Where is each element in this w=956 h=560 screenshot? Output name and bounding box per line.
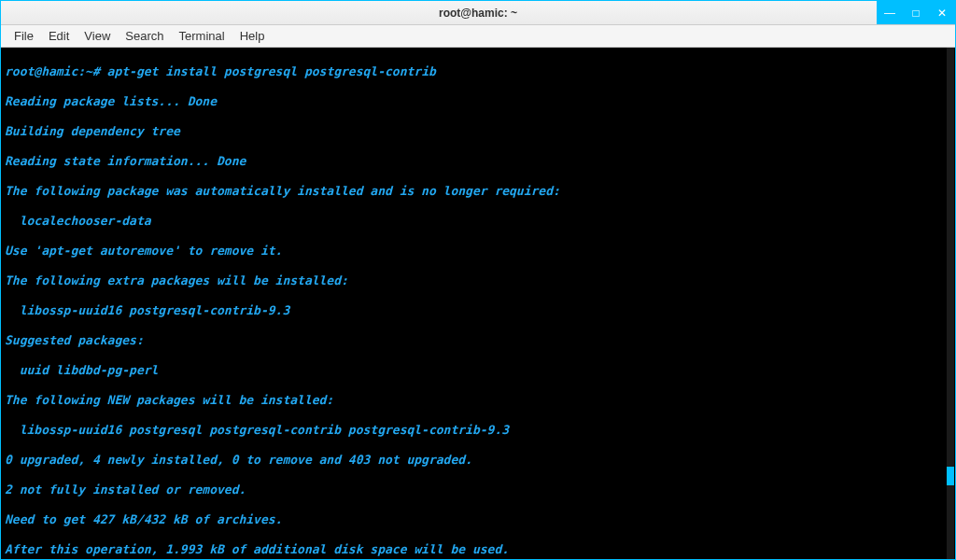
output-line: libossp-uuid16 postgresql-contrib-9.3 xyxy=(5,303,951,318)
prompt-sep2: # xyxy=(92,64,100,78)
output-line: After this operation, 1.993 kB of additi… xyxy=(5,542,951,557)
output-line: Need to get 427 kB/432 kB of archives. xyxy=(5,512,951,527)
output-line: Reading package lists... Done xyxy=(5,94,951,109)
output-line: Building dependency tree xyxy=(5,124,951,139)
output-line: localechooser-data xyxy=(5,214,951,229)
menu-terminal[interactable]: Terminal xyxy=(172,27,232,45)
window-title: root@hamic: ~ xyxy=(439,7,517,20)
scrollbar[interactable] xyxy=(947,48,954,559)
prompt-path: ~ xyxy=(85,64,92,78)
output-line: Suggested packages: xyxy=(5,333,951,348)
menubar: File Edit View Search Terminal Help xyxy=(1,25,955,48)
prompt-line: root@hamic:~# apt-get install postgresql… xyxy=(5,64,951,79)
menu-view[interactable]: View xyxy=(77,27,118,45)
maximize-button[interactable]: □ xyxy=(903,1,929,24)
output-line: The following NEW packages will be insta… xyxy=(5,393,951,408)
output-line: The following extra packages will be ins… xyxy=(5,273,951,288)
prompt-sep1: : xyxy=(77,64,85,78)
output-line: libossp-uuid16 postgresql postgresql-con… xyxy=(5,423,951,438)
output-line: uuid libdbd-pg-perl xyxy=(5,363,951,378)
scrollbar-thumb[interactable] xyxy=(947,467,954,485)
prompt-user-host: root@hamic xyxy=(5,64,77,78)
minimize-button[interactable]: — xyxy=(877,1,903,24)
output-line: Reading state information... Done xyxy=(5,154,951,169)
output-line: Use 'apt-get autoremove' to remove it. xyxy=(5,244,951,259)
titlebar-controls: — □ ✕ xyxy=(877,1,955,24)
output-line: 0 upgraded, 4 newly installed, 0 to remo… xyxy=(5,453,951,468)
terminal-output[interactable]: root@hamic:~# apt-get install postgresql… xyxy=(1,48,955,559)
menu-help[interactable]: Help xyxy=(232,27,273,45)
output-line: 2 not fully installed or removed. xyxy=(5,483,951,497)
command-text: apt-get install postgresql postgresql-co… xyxy=(107,64,436,78)
titlebar[interactable]: root@hamic: ~ — □ ✕ xyxy=(1,1,955,25)
close-button[interactable]: ✕ xyxy=(929,1,955,24)
menu-file[interactable]: File xyxy=(7,27,41,45)
output-line: The following package was automatically … xyxy=(5,184,951,199)
menu-edit[interactable]: Edit xyxy=(41,27,77,45)
menu-search[interactable]: Search xyxy=(118,27,171,45)
